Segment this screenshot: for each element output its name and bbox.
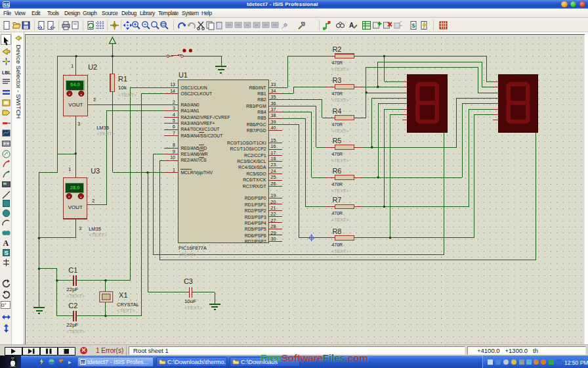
svg-text:18: 18	[271, 156, 276, 161]
svg-text:C3: C3	[184, 277, 193, 285]
svg-text:RB1: RB1	[257, 91, 266, 96]
svg-text:▼: ▼	[68, 93, 71, 96]
svg-text:21: 21	[271, 206, 276, 210]
svg-text:470R: 470R	[331, 122, 343, 127]
svg-text:38: 38	[271, 113, 276, 118]
svg-text:RC7/RX/DT: RC7/RX/DT	[243, 184, 266, 189]
svg-text:RD2/PSP2: RD2/PSP2	[245, 208, 266, 213]
svg-text:OSC1/CLKIN: OSC1/CLKIN	[180, 85, 207, 90]
svg-text:LM35: LM35	[96, 125, 109, 131]
svg-text:1: 1	[71, 64, 74, 68]
svg-text:<TEXT>: <TEXT>	[118, 92, 136, 98]
svg-text:RB6/PGC: RB6/PGC	[247, 122, 266, 127]
svg-text:A: A	[349, 22, 354, 29]
svg-text:24: 24	[271, 169, 276, 173]
svg-text:RC5/SDO: RC5/SDO	[246, 172, 266, 176]
svg-text:RC4/SDI/SDA: RC4/SDI/SDA	[238, 165, 266, 170]
svg-text:RB2: RB2	[257, 97, 266, 102]
svg-text:10uF: 10uF	[184, 298, 196, 304]
svg-text:RB7/PGD: RB7/PGD	[247, 128, 266, 133]
svg-text:RC0/T1OSO/T1CKI: RC0/T1OSO/T1CKI	[227, 141, 266, 145]
svg-text:RE2/AN7/CS: RE2/AN7/CS	[180, 158, 207, 162]
svg-text:2: 2	[173, 100, 175, 104]
svg-text:RA5/AN4/SS/C2OUT: RA5/AN4/SS/C2OUT	[180, 133, 222, 138]
svg-text:RB3/PGM: RB3/PGM	[246, 104, 266, 108]
svg-text:RD6/PSP6: RD6/PSP6	[245, 233, 266, 238]
svg-text:<TEXT>: <TEXT>	[178, 252, 197, 258]
svg-text:29: 29	[271, 231, 276, 235]
svg-text:<TEXT>: <TEXT>	[331, 129, 348, 133]
svg-text:U1: U1	[178, 71, 188, 79]
svg-text:X1: X1	[119, 291, 127, 299]
svg-text:470R: 470R	[331, 60, 343, 65]
svg-text:3: 3	[77, 122, 80, 126]
svg-text:RE0/AN5/RD: RE0/AN5/RD	[180, 146, 207, 150]
svg-text:30: 30	[271, 237, 276, 241]
svg-text:C2: C2	[68, 302, 77, 310]
svg-text:13: 13	[170, 82, 175, 87]
svg-text:<TEXT>: <TEXT>	[66, 293, 85, 299]
svg-text:<TEXT>: <TEXT>	[89, 232, 107, 238]
svg-text:U2: U2	[88, 63, 97, 71]
svg-text:<TEXT>: <TEXT>	[331, 158, 348, 163]
svg-text:<TEXT>: <TEXT>	[331, 218, 348, 222]
svg-text:RA2/AN2/VREF-/CVREF: RA2/AN2/VREF-/CVREF	[180, 115, 230, 120]
svg-text:R2: R2	[332, 45, 341, 53]
svg-text:470R: 470R	[331, 242, 343, 247]
svg-text:RC2/CCP1: RC2/CCP1	[244, 153, 266, 158]
svg-text:1: 1	[68, 167, 71, 172]
svg-text:10k: 10k	[118, 85, 127, 91]
svg-text:PIC16F877A: PIC16F877A	[178, 245, 207, 251]
svg-text:RD3/PSP3: RD3/PSP3	[245, 215, 266, 219]
svg-text:▲: ▲	[79, 195, 82, 198]
svg-text:R5: R5	[332, 137, 341, 145]
svg-text:RB4: RB4	[257, 110, 266, 114]
svg-text:▼: ▼	[68, 195, 70, 198]
svg-text:LBL: LBL	[2, 70, 11, 75]
svg-text:A: A	[3, 239, 9, 248]
svg-text:26: 26	[271, 181, 276, 186]
svg-text:15: 15	[271, 138, 276, 143]
svg-text:27: 27	[271, 218, 276, 223]
svg-text:RE1/AN6/WR: RE1/AN6/WR	[180, 152, 207, 156]
svg-text:22pF: 22pF	[66, 287, 78, 292]
svg-text:R1: R1	[118, 75, 127, 83]
svg-text:RD0/PSP0: RD0/PSP0	[245, 196, 266, 200]
svg-text:MCLR/Vpp/THV: MCLR/Vpp/THV	[180, 170, 213, 175]
svg-text:22pF: 22pF	[66, 322, 78, 328]
svg-text:<TEXT>: <TEXT>	[184, 305, 203, 311]
svg-text:RC6/TX/CK: RC6/TX/CK	[243, 177, 266, 182]
svg-text:LM35: LM35	[89, 226, 101, 232]
svg-text:37: 37	[271, 107, 276, 112]
svg-text:34: 34	[271, 89, 276, 93]
svg-text:<TEXT>: <TEXT>	[117, 308, 135, 313]
svg-text:17: 17	[271, 150, 276, 155]
svg-text:RA4/T0CKI/C1OUT: RA4/T0CKI/C1OUT	[180, 127, 219, 131]
svg-text:RB0/INT: RB0/INT	[249, 85, 266, 90]
svg-text:<TEXT>: <TEXT>	[66, 329, 85, 334]
svg-text:RD5/PSP5: RD5/PSP5	[245, 227, 266, 231]
svg-text:9: 9	[173, 149, 175, 154]
svg-text:33: 33	[271, 82, 276, 87]
svg-text:CRYSTAL: CRYSTAL	[117, 302, 139, 308]
svg-text:470R: 470R	[331, 91, 343, 96]
svg-text:<TEXT>: <TEXT>	[331, 98, 348, 103]
svg-text:23: 23	[271, 162, 276, 167]
svg-text:20: 20	[271, 200, 276, 204]
svg-text:RC1/T1OSI/CCP2: RC1/T1OSI/CCP2	[230, 147, 266, 151]
svg-text:RD4/PSP4: RD4/PSP4	[245, 221, 266, 225]
svg-text:RD1/PSP1: RD1/PSP1	[245, 202, 266, 207]
svg-text:RA0/AN0: RA0/AN0	[180, 103, 199, 107]
svg-text:R4: R4	[332, 107, 341, 115]
svg-text:R7: R7	[332, 196, 341, 204]
svg-text:470R: 470R	[331, 152, 343, 156]
svg-text:35: 35	[271, 95, 276, 99]
svg-text:<TEXT>: <TEXT>	[96, 131, 115, 137]
svg-text:470R: 470R	[331, 182, 343, 187]
svg-text:4: 4	[173, 112, 175, 117]
svg-text:22: 22	[271, 212, 276, 216]
svg-text:28.0: 28.0	[70, 185, 80, 191]
svg-text:VOUT: VOUT	[68, 102, 83, 108]
svg-text:28: 28	[271, 224, 276, 229]
svg-text:R3: R3	[332, 76, 341, 84]
